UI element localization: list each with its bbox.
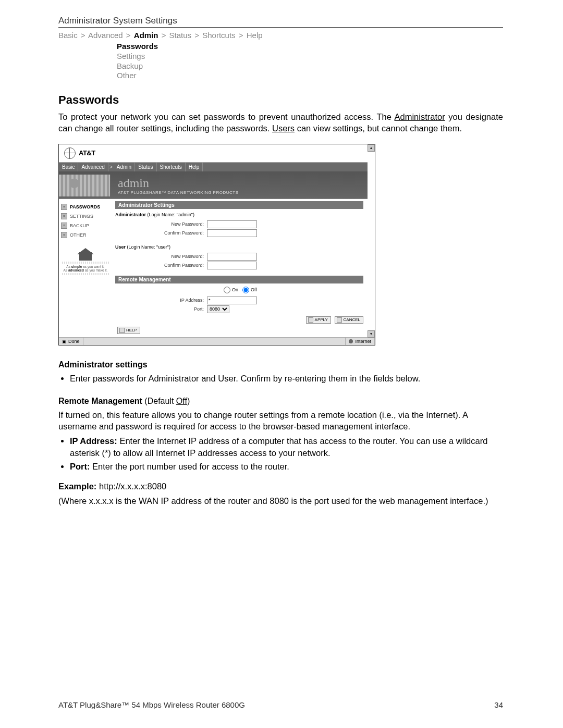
r-crumb-advanced[interactable]: Advanced bbox=[78, 163, 108, 171]
subnav: Passwords Settings Backup Other bbox=[117, 42, 503, 81]
status-done: ▣ Done bbox=[59, 338, 83, 345]
admin-settings-bar: Administrator Settings bbox=[115, 201, 363, 209]
crumb-admin[interactable]: Admin bbox=[134, 31, 158, 40]
router-breadcrumb: Basic Advanced > Admin Status Shortcuts … bbox=[59, 163, 368, 171]
user-confirm-password-input[interactable] bbox=[207, 262, 257, 269]
brand-label: AT&T bbox=[79, 149, 95, 157]
sidebar-item-other[interactable]: » OTHER bbox=[59, 230, 112, 240]
router-sidebar: » PASSWORDS » SETTINGS » BACKUP » bbox=[59, 199, 112, 337]
sidebar-item-passwords[interactable]: » PASSWORDS bbox=[59, 202, 112, 212]
remote-where: (Where x.x.x.x is the WAN IP address of … bbox=[58, 495, 503, 507]
user-login-text: User (Login Name: "user") bbox=[115, 244, 363, 250]
chevron-icon: » bbox=[61, 204, 67, 210]
cancel-button[interactable]: CANCEL bbox=[335, 316, 363, 324]
remote-ip-bullet: IP Address: Enter the Internet IP addres… bbox=[70, 435, 503, 459]
sidebar-item-settings[interactable]: » SETTINGS bbox=[59, 212, 112, 221]
document-icon: ▣ bbox=[62, 339, 67, 344]
admin-confirm-password-input[interactable] bbox=[207, 229, 257, 237]
intro-paragraph: To protect your network you can set pass… bbox=[58, 111, 503, 134]
chevron-icon: » bbox=[61, 223, 67, 229]
admin-new-password-input[interactable] bbox=[207, 220, 257, 228]
r-crumb-shortcuts[interactable]: Shortcuts bbox=[157, 163, 186, 171]
admin-settings-bullet: Enter passwords for Administrator and Us… bbox=[70, 373, 503, 384]
hero-title: admin bbox=[111, 176, 239, 190]
sidebar-item-backup[interactable]: » BACKUP bbox=[59, 221, 112, 230]
footer-page: 34 bbox=[494, 700, 503, 709]
user-confirm-password-label: Confirm Password: bbox=[115, 263, 207, 268]
crumb-shortcuts[interactable]: Shortcuts bbox=[202, 31, 235, 40]
ip-address-label: IP Address: bbox=[115, 298, 207, 303]
remote-on-radio[interactable] bbox=[224, 287, 230, 293]
globe-icon bbox=[64, 147, 76, 159]
status-internet: Internet bbox=[346, 338, 375, 345]
remote-management-bar: Remote Management bbox=[115, 276, 363, 283]
subnav-settings[interactable]: Settings bbox=[117, 52, 503, 61]
chevron-icon: » bbox=[61, 213, 67, 219]
scroll-up-icon[interactable]: ▴ bbox=[368, 144, 375, 152]
help-button[interactable]: HELP bbox=[117, 327, 140, 334]
r-crumb-help[interactable]: Help bbox=[186, 163, 203, 171]
crumb-status[interactable]: Status bbox=[169, 31, 192, 40]
remote-off-radio[interactable] bbox=[242, 287, 249, 293]
remote-desc: If turned on, this feature allows you to… bbox=[58, 409, 503, 433]
scroll-down-icon[interactable]: ▾ bbox=[368, 330, 375, 338]
admin-settings-heading: Administrator settings bbox=[58, 360, 503, 369]
r-crumb-basic[interactable]: Basic bbox=[59, 163, 78, 171]
port-select[interactable]: 8080 bbox=[207, 305, 229, 313]
ip-address-input[interactable] bbox=[207, 297, 257, 304]
crumb-help[interactable]: Help bbox=[247, 31, 263, 40]
admin-new-password-label: New Password: bbox=[115, 221, 207, 227]
router-screenshot: ▴ ▾ AT&T Basic Advanced > Admin Status S… bbox=[58, 144, 375, 346]
breadcrumb: Basic > Advanced > Admin > Status > Shor… bbox=[58, 31, 503, 40]
r-crumb-admin[interactable]: Admin bbox=[114, 163, 135, 171]
admin-login-text: Administrator (Login Name: "admin") bbox=[115, 212, 363, 217]
subnav-backup[interactable]: Backup bbox=[117, 61, 503, 71]
promo-block: As simple as you want it. As advanced as… bbox=[59, 248, 112, 275]
remote-example: Example: http://x.x.x.x:8080 bbox=[58, 480, 503, 492]
system-title: Administrator System Settings bbox=[58, 16, 503, 28]
remote-port-bullet: Port: Enter the port number used for acc… bbox=[70, 461, 503, 472]
remote-toggle: On Off bbox=[115, 287, 363, 293]
remote-management-heading: Remote Management (Default Off) bbox=[58, 397, 503, 406]
user-new-password-label: New Password: bbox=[115, 254, 207, 259]
subnav-passwords[interactable]: Passwords bbox=[117, 42, 503, 52]
footer-product: AT&T Plug&Share™ 54 Mbps Wireless Router… bbox=[58, 700, 245, 709]
status-bar: ▣ Done Internet bbox=[59, 337, 375, 345]
house-icon bbox=[77, 248, 94, 261]
admin-confirm-password-label: Confirm Password: bbox=[115, 230, 207, 236]
port-label: Port: bbox=[115, 306, 207, 312]
crumb-advanced[interactable]: Advanced bbox=[88, 31, 123, 40]
hero-image bbox=[59, 175, 111, 196]
r-crumb-status[interactable]: Status bbox=[135, 163, 156, 171]
hero-subtitle: AT&T PLUG&SHARE™ DATA NETWORKING PRODUCT… bbox=[111, 190, 239, 195]
user-new-password-input[interactable] bbox=[207, 253, 257, 261]
chevron-icon: » bbox=[61, 232, 67, 238]
apply-button[interactable]: APPLY bbox=[306, 316, 331, 324]
crumb-basic[interactable]: Basic bbox=[58, 31, 78, 40]
subnav-other[interactable]: Other bbox=[117, 71, 503, 81]
page-title: Passwords bbox=[58, 93, 503, 107]
